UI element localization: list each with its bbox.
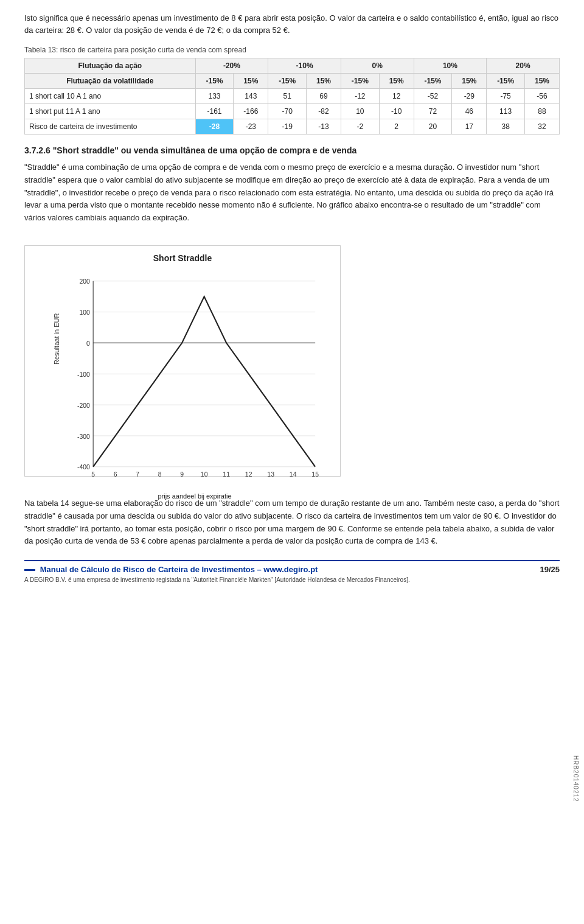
table-cell: 51	[268, 89, 307, 104]
section-heading: 3.7.2.6 "Short straddle" ou venda simult…	[24, 145, 560, 155]
vol-minus15-1: -15%	[195, 74, 234, 89]
table-cell: -23	[234, 119, 268, 135]
vol-plus15-3: 15%	[379, 74, 414, 89]
svg-text:12: 12	[245, 471, 252, 478]
table-cell: -12	[341, 89, 379, 104]
svg-text:-400: -400	[77, 463, 90, 471]
col-header-vol: Flutuação da volatilidade	[25, 74, 196, 89]
intro-paragraph: Isto significa que é necessário apenas u…	[24, 12, 560, 36]
table-cell: -161	[195, 104, 234, 119]
svg-text:-100: -100	[77, 370, 90, 378]
vol-plus15-4: 15%	[452, 74, 487, 89]
vol-minus15-5: -15%	[487, 74, 525, 89]
svg-text:7: 7	[136, 471, 139, 478]
chart-x-label: prijs aandeel bij expiratie	[61, 492, 328, 500]
table-cell: -28	[195, 119, 234, 135]
svg-text:13: 13	[267, 471, 274, 478]
table-cell: -52	[414, 89, 452, 104]
table-cell: -29	[452, 89, 487, 104]
section-paragraph: "Straddle" é uma combinação de uma opção…	[24, 161, 560, 225]
table-cell: 17	[452, 119, 487, 135]
risk-table: Flutuação da ação -20% -10% 0% 10% 20% F…	[24, 58, 560, 135]
table-cell: 2	[379, 119, 414, 135]
svg-text:15: 15	[311, 471, 319, 478]
svg-text:10: 10	[201, 471, 208, 478]
col-header-0: 0%	[341, 58, 414, 74]
svg-text:8: 8	[158, 471, 162, 478]
footer: Manual de Cálculo de Risco de Carteira d…	[24, 560, 560, 584]
footer-brand-bar-icon	[24, 569, 35, 571]
table-cell: 133	[195, 89, 234, 104]
svg-text:100: 100	[80, 309, 90, 317]
table-cell: -70	[268, 104, 307, 119]
table-row-label: 1 short put 11 A 1 ano	[25, 104, 196, 119]
svg-text:200: 200	[80, 278, 90, 285]
after-paragraph: Na tabela 14 segue-se uma elaboração do …	[24, 497, 560, 548]
table-cell: 143	[234, 89, 268, 104]
vol-plus15-1: 15%	[234, 74, 268, 89]
svg-text:5: 5	[91, 471, 95, 478]
vol-plus15-5: 15%	[525, 74, 560, 89]
section-body: "Straddle" é uma combinação de uma opção…	[24, 161, 560, 225]
table-cell: 88	[525, 104, 560, 119]
table-caption: Tabela 13: risco de carteira para posiçã…	[24, 46, 560, 54]
table-cell: -56	[525, 89, 560, 104]
chart-title: Short Straddle	[25, 253, 340, 263]
table-cell: -10	[379, 104, 414, 119]
table-row-label: 1 short call 10 A 1 ano	[25, 89, 196, 104]
table-cell: -166	[234, 104, 268, 119]
svg-text:14: 14	[290, 471, 297, 478]
vol-minus15-2: -15%	[268, 74, 307, 89]
table-cell: -19	[268, 119, 307, 135]
table-cell: 113	[487, 104, 525, 119]
table-cell: -13	[307, 119, 341, 135]
vol-plus15-2: 15%	[307, 74, 341, 89]
table-cell: 10	[341, 104, 379, 119]
table-cell: 12	[379, 89, 414, 104]
svg-text:-200: -200	[77, 401, 90, 409]
col-header-minus20: -20%	[195, 58, 268, 74]
table-cell: -2	[341, 119, 379, 135]
vol-minus15-3: -15%	[341, 74, 379, 89]
vol-minus15-4: -15%	[414, 74, 452, 89]
chart-y-label: Resultaat in EUR	[53, 313, 60, 365]
svg-text:9: 9	[180, 471, 184, 478]
table-cell: 72	[414, 104, 452, 119]
footer-brand-text: Manual de Cálculo de Risco de Carteira d…	[40, 565, 318, 574]
footer-legal: A DEGIRO B.V. é uma empresa de investime…	[24, 576, 540, 584]
col-header-20: 20%	[487, 58, 560, 74]
table-cell: 20	[414, 119, 452, 135]
svg-text:0: 0	[86, 340, 90, 348]
svg-text:11: 11	[223, 471, 230, 478]
table-cell: 38	[487, 119, 525, 135]
short-straddle-chart: Short Straddle Resultaat in EUR 2001000-…	[24, 245, 341, 477]
table-cell: 46	[452, 104, 487, 119]
table-cell: -75	[487, 89, 525, 104]
table-cell: 32	[525, 119, 560, 135]
table-cell: 69	[307, 89, 341, 104]
table-cell: -82	[307, 104, 341, 119]
col-header-minus10: -10%	[268, 58, 341, 74]
footer-page-number: 19/25	[540, 565, 560, 574]
footer-left: Manual de Cálculo de Risco de Carteira d…	[24, 565, 540, 584]
col-header-action: Flutuação da ação	[25, 58, 196, 74]
col-header-10: 10%	[414, 58, 487, 74]
svg-text:6: 6	[114, 471, 117, 478]
footer-brand: Manual de Cálculo de Risco de Carteira d…	[24, 565, 540, 574]
svg-text:-300: -300	[77, 432, 90, 440]
after-text: Na tabela 14 segue-se uma elaboração do …	[24, 497, 560, 548]
table-row-label: Risco de carteira de investimento	[25, 119, 196, 135]
